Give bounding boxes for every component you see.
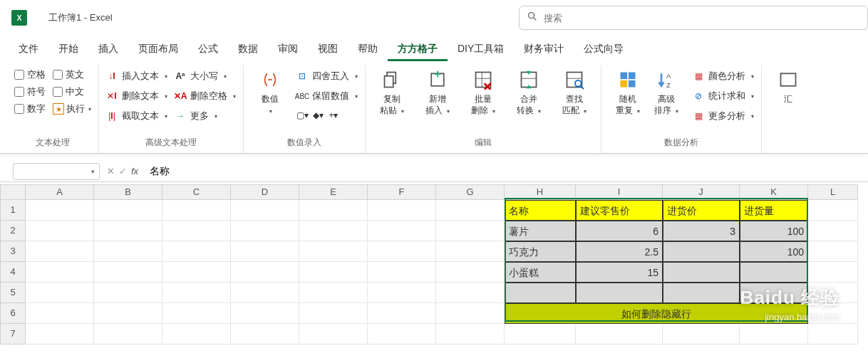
cell-L5[interactable] [808, 283, 858, 303]
search-box[interactable] [519, 6, 868, 30]
cmd-插入文本[interactable]: ↓I插入文本 ▾ [106, 68, 167, 84]
col-header-A[interactable]: A [26, 184, 94, 200]
cell-C5[interactable] [162, 283, 231, 303]
summary-button[interactable]: 汇 [769, 68, 807, 105]
cell-F5[interactable] [368, 283, 436, 303]
search-input[interactable] [544, 13, 860, 23]
cell-J4[interactable] [663, 262, 740, 283]
cell-D4[interactable] [231, 262, 299, 283]
cell-K7[interactable] [740, 324, 808, 344]
cmd-大小写[interactable]: Aª大小写 ▾ [175, 68, 236, 84]
col-header-J[interactable]: J [663, 184, 740, 200]
cell-H3[interactable]: 巧克力 [505, 241, 576, 262]
cell-F4[interactable] [368, 262, 436, 283]
row-header-2[interactable]: 2 [0, 221, 26, 241]
cell-C1[interactable] [162, 200, 231, 221]
formula-input[interactable] [145, 166, 868, 177]
numeric-button[interactable]: 数值▾ [251, 68, 289, 116]
tab-方方格子[interactable]: 方方格子 [388, 38, 448, 61]
col-header-E[interactable]: E [299, 184, 368, 200]
row-header-1[interactable]: 1 [0, 200, 26, 221]
cell-I4[interactable]: 15 [576, 262, 663, 283]
cell-I5[interactable] [576, 283, 663, 303]
big-新增插入[interactable]: 新增插入 ▾ [418, 68, 457, 116]
cell-J2[interactable]: 3 [663, 221, 740, 241]
checkbox-空格[interactable]: 空格 [14, 68, 46, 81]
checkbox-中文[interactable]: 中文 [53, 85, 91, 98]
cell-G4[interactable] [436, 262, 505, 283]
row-header-3[interactable]: 3 [0, 241, 26, 262]
col-header-I[interactable]: I [576, 184, 663, 200]
cell-D3[interactable] [231, 241, 299, 262]
cell-E4[interactable] [299, 262, 368, 283]
select-all-cell[interactable] [0, 184, 26, 200]
cell-D5[interactable] [231, 283, 299, 303]
cell-K3[interactable]: 100 [740, 241, 808, 262]
cell-E1[interactable] [299, 200, 368, 221]
cell-C6[interactable] [162, 303, 231, 324]
cell-A6[interactable] [26, 303, 94, 324]
col-header-K[interactable]: K [740, 184, 808, 200]
numeric-extra[interactable]: ▢▾ ◆▾ +▾ [296, 108, 358, 122]
row-header-6[interactable]: 6 [0, 303, 26, 324]
cell-L2[interactable] [808, 221, 858, 241]
cmd-删除文本[interactable]: ✕I删除文本 ▾ [106, 88, 167, 104]
cell-B1[interactable] [94, 200, 162, 221]
cell-A4[interactable] [26, 262, 94, 283]
tab-公式向导[interactable]: 公式向导 [574, 38, 634, 61]
cell-C3[interactable] [162, 241, 231, 262]
cell-H6[interactable]: 如何删除隐藏行 [505, 303, 808, 324]
cell-C7[interactable] [162, 324, 231, 344]
cell-D2[interactable] [231, 221, 299, 241]
cell-F7[interactable] [368, 324, 436, 344]
cell-H4[interactable]: 小蛋糕 [505, 262, 576, 283]
cell-D6[interactable] [231, 303, 299, 324]
col-header-D[interactable]: D [231, 184, 299, 200]
tab-页面布局[interactable]: 页面布局 [128, 38, 188, 61]
cell-G2[interactable] [436, 221, 505, 241]
cell-I1[interactable]: 建议零售价 [576, 200, 663, 221]
cell-B7[interactable] [94, 324, 162, 344]
cell-H5[interactable] [505, 283, 576, 303]
tab-DIY工具箱[interactable]: DIY工具箱 [448, 38, 514, 61]
cell-G1[interactable] [436, 200, 505, 221]
col-header-B[interactable]: B [94, 184, 162, 200]
cell-G5[interactable] [436, 283, 505, 303]
tab-文件[interactable]: 文件 [9, 38, 48, 61]
cell-D7[interactable] [231, 324, 299, 344]
cell-L3[interactable] [808, 241, 858, 262]
cell-K4[interactable] [740, 262, 808, 283]
cell-B4[interactable] [94, 262, 162, 283]
big-高级排序[interactable]: AZ高级排序 ▾ [647, 68, 686, 116]
cell-B2[interactable] [94, 221, 162, 241]
cell-E7[interactable] [299, 324, 368, 344]
cell-E2[interactable] [299, 221, 368, 241]
col-header-H[interactable]: H [505, 184, 576, 200]
big-批量删除[interactable]: 批量删除 ▾ [464, 68, 502, 116]
row-header-7[interactable]: 7 [0, 324, 26, 344]
cell-G7[interactable] [436, 324, 505, 344]
cmd-更多分析[interactable]: ▦更多分析 ▾ [693, 108, 754, 124]
cell-J5[interactable] [663, 283, 740, 303]
row-header-5[interactable]: 5 [0, 283, 26, 303]
tab-数据[interactable]: 数据 [228, 38, 268, 61]
col-header-G[interactable]: G [436, 184, 505, 200]
col-header-L[interactable]: L [808, 184, 858, 200]
cell-D1[interactable] [231, 200, 299, 221]
tab-审阅[interactable]: 审阅 [268, 38, 308, 61]
confirm-icon[interactable]: ✓ [119, 166, 127, 177]
cmd-截取文本[interactable]: |I|截取文本 ▾ [106, 108, 167, 124]
cell-I7[interactable] [576, 324, 663, 344]
cell-B6[interactable] [94, 303, 162, 324]
big-随机重复[interactable]: 随机重复 ▾ [609, 68, 647, 116]
cell-E6[interactable] [299, 303, 368, 324]
cancel-icon[interactable]: ✕ [107, 166, 115, 177]
big-查找匹配[interactable]: 查找匹配 ▾ [555, 68, 594, 116]
cell-A2[interactable] [26, 221, 94, 241]
execute-button[interactable]: ★执行 ▾ [53, 102, 91, 115]
cell-A5[interactable] [26, 283, 94, 303]
cell-C2[interactable] [162, 221, 231, 241]
cell-L4[interactable] [808, 262, 858, 283]
cell-L1[interactable] [808, 200, 858, 221]
tab-财务审计[interactable]: 财务审计 [514, 38, 574, 61]
